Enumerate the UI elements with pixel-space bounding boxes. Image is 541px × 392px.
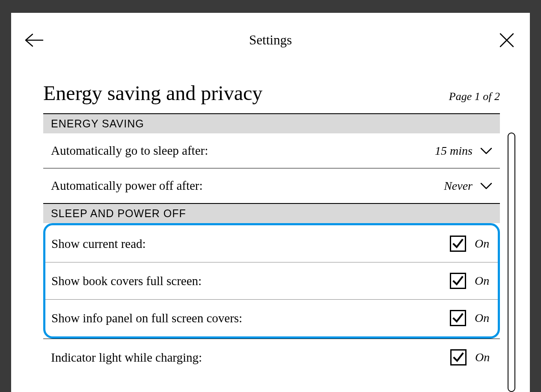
content-area: Energy saving and privacy Page 1 of 2 EN… (11, 81, 530, 376)
setting-row-power-off-after: Automatically power off after: Never (43, 168, 500, 203)
setting-label: Automatically go to sleep after: (51, 144, 208, 158)
check-icon (452, 351, 464, 363)
check-icon (452, 275, 464, 287)
section-header-sleep-power-off: SLEEP AND POWER OFF (43, 203, 500, 223)
page-heading: Energy saving and privacy (43, 81, 262, 105)
header-title: Settings (249, 32, 292, 48)
checkbox-state: On (475, 351, 492, 364)
settings-window: Settings Energy saving and privacy Page … (11, 13, 530, 392)
check-icon (452, 312, 464, 324)
page-heading-row: Energy saving and privacy Page 1 of 2 (43, 81, 500, 105)
check-icon (452, 238, 464, 250)
close-button[interactable] (496, 30, 517, 50)
setting-label: Automatically power off after: (51, 179, 203, 193)
scrollbar[interactable] (508, 133, 515, 392)
scrollbar-thumb[interactable] (509, 134, 514, 263)
checkbox-indicator-light[interactable] (450, 349, 467, 365)
checkbox-group: On (450, 236, 492, 252)
back-arrow-icon (25, 33, 44, 47)
setting-row-show-current-read: Show current read: On (45, 225, 498, 262)
checkbox-show-info-panel[interactable] (450, 310, 466, 326)
setting-row-show-covers-full: Show book covers full screen: On (45, 262, 498, 300)
setting-label: Show info panel on full screen covers: (51, 311, 242, 325)
highlighted-settings-group: Show current read: On Show book covers f… (43, 223, 500, 339)
chevron-down-icon (480, 147, 492, 155)
dropdown-power-off-after[interactable]: Never (444, 179, 492, 193)
back-button[interactable] (24, 30, 45, 50)
checkbox-state: On (475, 311, 492, 325)
setting-row-indicator-light: Indicator light while charging: On (43, 339, 500, 376)
checkbox-group: On (450, 273, 492, 289)
checkbox-show-current-read[interactable] (450, 236, 466, 252)
page-indicator: Page 1 of 2 (449, 90, 500, 103)
setting-label: Show book covers full screen: (51, 274, 202, 288)
chevron-down-icon (480, 182, 492, 190)
checkbox-state: On (475, 274, 492, 288)
section-header-energy-saving: ENERGY SAVING (43, 113, 500, 133)
dropdown-value: 15 mins (435, 144, 473, 158)
setting-row-show-info-panel: Show info panel on full screen covers: O… (45, 300, 498, 336)
dropdown-sleep-after[interactable]: 15 mins (435, 144, 492, 158)
checkbox-show-covers-full[interactable] (450, 273, 466, 289)
checkbox-group: On (450, 310, 492, 326)
checkbox-group: On (450, 349, 492, 365)
header: Settings (11, 13, 530, 60)
setting-label: Indicator light while charging: (51, 351, 202, 365)
setting-row-sleep-after: Automatically go to sleep after: 15 mins (43, 133, 500, 168)
checkbox-state: On (475, 237, 492, 251)
close-icon (499, 32, 514, 48)
setting-label: Show current read: (51, 237, 146, 251)
dropdown-value: Never (444, 179, 473, 193)
